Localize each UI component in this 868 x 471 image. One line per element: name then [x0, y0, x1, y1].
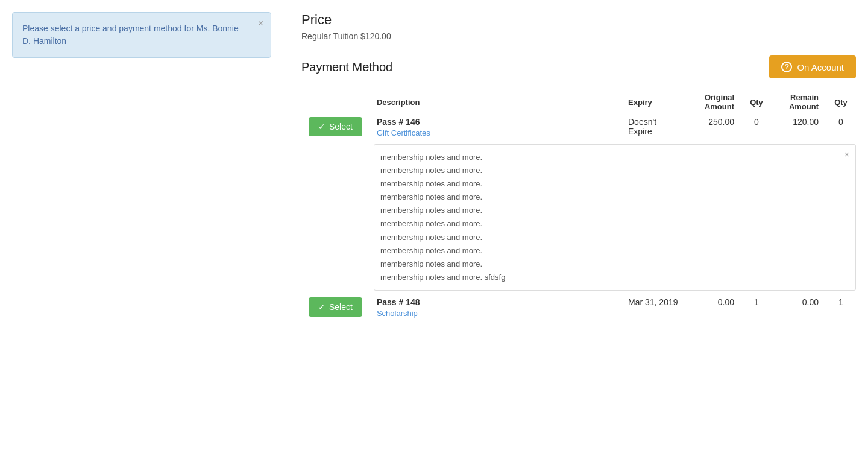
payment-method-title: Payment Method: [301, 60, 392, 74]
price-section: Price Regular Tuition $120.00: [301, 12, 856, 41]
help-icon: ?: [781, 62, 792, 72]
select-label-1: Select: [329, 302, 353, 312]
pass-name-1: Pass # 148: [377, 297, 614, 307]
col-header-description: Description: [370, 88, 621, 111]
on-account-button[interactable]: ? On Account: [769, 55, 856, 78]
payment-method-section: Payment Method ? On Account Description …: [301, 55, 856, 324]
col-header-original-amount: Original Amount: [687, 88, 741, 111]
remain-qty-cell-1: 1: [826, 291, 856, 324]
notes-text-0: membership notes and more. membership no…: [380, 151, 837, 284]
notes-close-icon-0[interactable]: ×: [844, 150, 849, 159]
notification-close-icon[interactable]: ×: [258, 19, 263, 28]
notes-row-0: ×membership notes and more. membership n…: [301, 144, 856, 291]
price-title: Price: [301, 12, 856, 28]
col-header-remain-qty: Qty: [826, 88, 856, 111]
original-qty-cell-0: 0: [741, 111, 772, 144]
pass-name-0: Pass # 146: [377, 117, 614, 127]
select-button-1[interactable]: ✓ Select: [309, 297, 362, 317]
price-value: Regular Tuition $120.00: [301, 31, 856, 41]
select-label-0: Select: [329, 122, 353, 131]
expiry-cell-1: Mar 31, 2019: [621, 291, 687, 324]
select-button-0[interactable]: ✓ Select: [309, 117, 362, 136]
pass-type-link-0[interactable]: Gift Certificates: [377, 128, 430, 138]
remain-amount-cell-1: 0.00: [772, 291, 826, 324]
original-amount-cell-1: 0.00: [687, 291, 741, 324]
notes-cell-0: ×membership notes and more. membership n…: [301, 144, 856, 291]
original-qty-cell-1: 1: [741, 291, 772, 324]
col-header-remain-amount: Remain Amount: [772, 88, 826, 111]
table-row: ✓ Select Pass # 148 Scholarship Mar 31, …: [301, 291, 856, 324]
notification-box: × Please select a price and payment meth…: [12, 12, 271, 58]
pass-type-link-1[interactable]: Scholarship: [377, 309, 418, 318]
select-cell-0: ✓ Select: [301, 111, 370, 144]
col-header-expiry: Expiry: [621, 88, 687, 111]
payment-table: Description Expiry Original Amount Qty R…: [301, 88, 856, 324]
expiry-cell-0: Doesn't Expire: [621, 111, 687, 144]
col-header-original-qty: Qty: [741, 88, 772, 111]
on-account-label: On Account: [797, 62, 844, 72]
select-cell-1: ✓ Select: [301, 291, 370, 324]
check-icon-0: ✓: [318, 122, 326, 131]
description-cell-1: Pass # 148 Scholarship: [370, 291, 621, 324]
right-panel: Price Regular Tuition $120.00 Payment Me…: [295, 12, 856, 459]
payment-method-header: Payment Method ? On Account: [301, 55, 856, 78]
notification-text: Please select a price and payment method…: [22, 22, 249, 48]
col-header-btn: [301, 88, 370, 111]
check-icon-1: ✓: [318, 302, 326, 312]
remain-qty-cell-0: 0: [826, 111, 856, 144]
remain-amount-cell-0: 120.00: [772, 111, 826, 144]
original-amount-cell-0: 250.00: [687, 111, 741, 144]
table-row: ✓ Select Pass # 146 Gift Certificates Do…: [301, 111, 856, 144]
description-cell-0: Pass # 146 Gift Certificates: [370, 111, 621, 144]
left-panel: × Please select a price and payment meth…: [12, 12, 283, 459]
